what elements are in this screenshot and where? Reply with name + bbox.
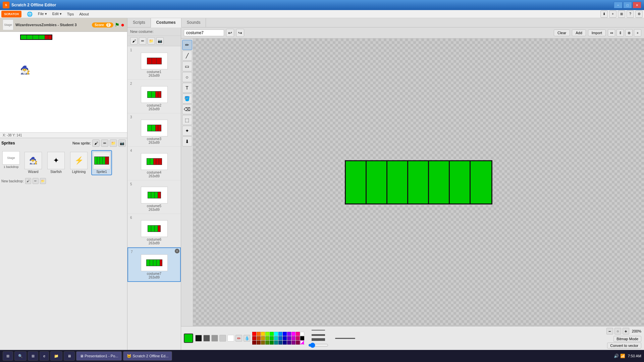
new-backdrop-folder-icon[interactable]: 📁: [40, 178, 46, 184]
new-sprite-file-icon[interactable]: ✏: [101, 139, 108, 147]
swatch-magenta[interactable]: [291, 332, 296, 336]
stage-item[interactable]: Stage 1 backdrop: [1, 150, 21, 175]
swatch-darkorange[interactable]: [257, 336, 261, 340]
menu-about[interactable]: About: [76, 11, 92, 17]
globe-icon[interactable]: 🌐: [24, 11, 35, 17]
swatch-orange[interactable]: [257, 332, 261, 336]
import-button[interactable]: Import: [588, 29, 606, 36]
settings-icon[interactable]: ⚙: [635, 10, 643, 18]
scratch-taskbar[interactable]: 🐱 Scratch 2 Offline Ed...: [123, 351, 172, 361]
tab-scripts[interactable]: Scripts: [127, 18, 151, 27]
center-icon[interactable]: ⊕: [625, 29, 633, 37]
swatch-cyan[interactable]: [274, 332, 278, 336]
rect-tool[interactable]: ▭: [182, 61, 192, 71]
swatch-blue[interactable]: [278, 332, 282, 336]
zoom-out-button[interactable]: −: [606, 328, 613, 335]
eraser-tool[interactable]: ⌫: [182, 104, 192, 114]
tab-costumes[interactable]: Costumes: [151, 18, 181, 27]
undo-button[interactable]: ↩: [226, 29, 234, 37]
swatch-darkyellow[interactable]: [261, 336, 265, 340]
costume-entry-5[interactable]: 5 costume5263x89: [127, 180, 181, 214]
redo-button[interactable]: ↪: [236, 29, 244, 37]
swatch-purple[interactable]: [287, 332, 291, 336]
brush-size-medium[interactable]: [312, 334, 325, 336]
sprite-item-sprite1[interactable]: Sprite1: [91, 150, 112, 175]
menu-tips[interactable]: Tips: [64, 11, 76, 17]
powerpoint-taskbar[interactable]: 🖥 Presentation1 - Po...: [76, 351, 122, 361]
sprite-item-starfish[interactable]: ✦ Starfish: [46, 150, 66, 175]
gray2-swatch[interactable]: [203, 335, 210, 342]
monitor-icon[interactable]: 🖥: [64, 351, 75, 361]
green-flag-button[interactable]: ⚑: [115, 22, 119, 28]
swatch-violet[interactable]: [291, 336, 296, 340]
convert-to-vector-button[interactable]: Convert to vector: [607, 343, 641, 349]
swatch-darkrose[interactable]: [296, 341, 300, 345]
swatch-rose[interactable]: [296, 336, 300, 340]
add-button[interactable]: Add: [572, 29, 586, 36]
swatch-steelblue[interactable]: [278, 341, 282, 345]
swatch-olive[interactable]: [265, 341, 269, 345]
costume-entry-1[interactable]: 1 costume1263x89: [127, 46, 181, 80]
swatch-navy[interactable]: [283, 336, 287, 340]
swatch-maroon[interactable]: [252, 341, 256, 345]
sprite-item-lightning[interactable]: ⚡ Lightning: [68, 150, 89, 175]
text-tool[interactable]: T: [182, 83, 192, 93]
brush-size-large[interactable]: [312, 338, 325, 341]
new-costume-camera-icon[interactable]: 📷: [156, 37, 164, 45]
stop-button[interactable]: ●: [121, 21, 124, 28]
costume-entry-2[interactable]: 2 costume2263x89: [127, 80, 181, 113]
line-tool[interactable]: ╱: [182, 51, 192, 61]
swatch-green[interactable]: [270, 332, 274, 336]
fill-tool[interactable]: 🪣: [182, 94, 192, 104]
help-icon[interactable]: ?: [627, 10, 634, 18]
fullscreen-icon[interactable]: ⊞: [618, 10, 625, 18]
swatch-white-end[interactable]: [300, 332, 304, 336]
swatch-darkblue[interactable]: [283, 332, 287, 336]
swatch-darkcyan[interactable]: [274, 336, 278, 340]
gray3-swatch[interactable]: [211, 335, 218, 342]
new-sprite-folder-icon[interactable]: 📁: [110, 139, 117, 147]
add-icon[interactable]: +: [609, 10, 616, 18]
swatch-darknavy[interactable]: [283, 341, 287, 345]
download-icon[interactable]: ⬇: [600, 10, 608, 18]
swatch-indigo[interactable]: [287, 336, 291, 340]
apps-button[interactable]: ⊞: [28, 351, 38, 361]
costume-name-input[interactable]: [184, 29, 224, 36]
stamp-tool[interactable]: ✦: [182, 126, 192, 136]
brush-size-slider[interactable]: [308, 343, 328, 348]
swatch-teal[interactable]: [274, 341, 278, 345]
tab-sounds[interactable]: Sounds: [181, 18, 206, 27]
expand-icon[interactable]: +: [634, 29, 641, 37]
gray4-swatch[interactable]: [219, 335, 226, 342]
new-sprite-camera-icon[interactable]: 📷: [118, 139, 126, 147]
import-tool[interactable]: ⬇: [182, 136, 192, 146]
costume-entry-7[interactable]: × 7 costume7263x89: [127, 247, 181, 282]
maximize-button[interactable]: □: [623, 2, 632, 8]
menu-edit[interactable]: Edit ▾: [50, 11, 64, 17]
minimize-button[interactable]: −: [614, 2, 623, 8]
swatch-yellow[interactable]: [261, 332, 265, 336]
select-tool[interactable]: ⬚: [182, 115, 192, 125]
zoom-in-button[interactable]: +: [623, 328, 629, 335]
flip-horiz-icon[interactable]: ⇔: [608, 29, 615, 37]
menu-file[interactable]: File ▾: [35, 11, 50, 17]
swatch-darkred[interactable]: [252, 336, 256, 340]
white-swatch[interactable]: [227, 335, 234, 342]
swatch-forestgreen[interactable]: [270, 341, 274, 345]
sprite-item-wizard[interactable]: 🧙‍♂️ Wizard: [23, 150, 44, 175]
swatch-tan[interactable]: [261, 341, 265, 345]
new-costume-paint-icon[interactable]: 🖌: [130, 37, 138, 45]
files-icon[interactable]: 📁: [50, 351, 62, 361]
dropper-icon[interactable]: 💧: [244, 335, 250, 342]
brush-size-small[interactable]: [312, 330, 325, 330]
new-sprite-paint-icon[interactable]: 🖌: [92, 139, 100, 147]
swatch-lime[interactable]: [265, 332, 269, 336]
search-button[interactable]: 🔍: [14, 351, 26, 361]
costume-entry-3[interactable]: 3 costume3263x89: [127, 113, 181, 147]
swatch-red[interactable]: [252, 332, 256, 336]
new-costume-edit-icon[interactable]: ✏: [139, 37, 146, 45]
swatch-darkviolet[interactable]: [291, 341, 296, 345]
swatch-darklime[interactable]: [265, 336, 269, 340]
flip-vert-icon[interactable]: ⇕: [616, 29, 624, 37]
costume-entry-6[interactable]: 6 costume6263x89: [127, 214, 181, 247]
